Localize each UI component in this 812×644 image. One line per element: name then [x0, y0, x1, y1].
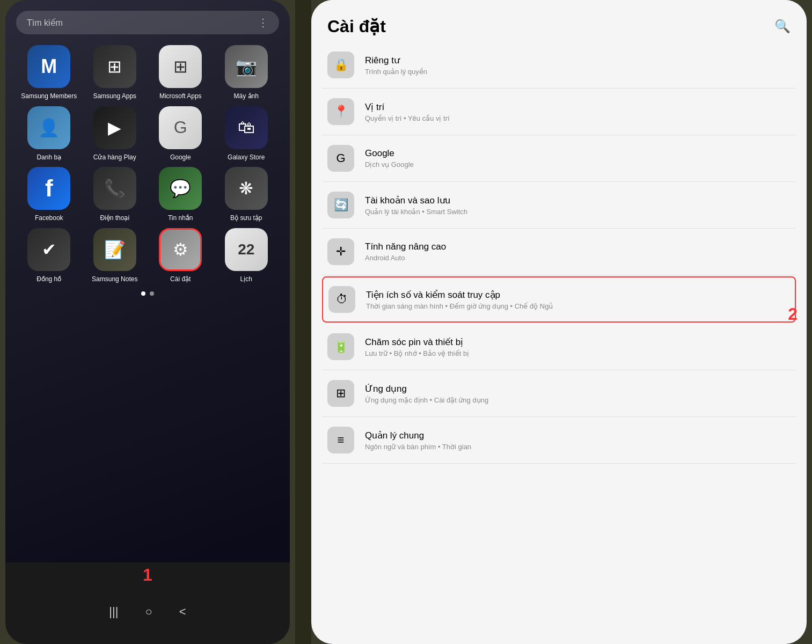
app-icon-google: G	[159, 106, 202, 149]
settings-text-ung-dung: Ứng dụngỨng dụng mặc định • Cài đặt ứng …	[365, 383, 791, 404]
settings-item-tien-ich[interactable]: ⏱Tiện ích số và kiểm soát truy cậpThời g…	[322, 276, 796, 323]
settings-search-button[interactable]: 🔍	[774, 19, 791, 34]
app-item-galaxy-store[interactable]: 🛍Galaxy Store	[216, 106, 277, 162]
app-item-clock[interactable]: ✔Đồng hồ	[19, 228, 79, 284]
app-icon-galaxy-store: 🛍	[225, 106, 268, 149]
app-item-settings[interactable]: ⚙Cài đặt	[150, 228, 211, 284]
settings-icon-tinh-nang: ✛	[327, 238, 354, 265]
settings-item-google[interactable]: GGoogleDịch vụ Google	[322, 135, 796, 182]
settings-item-vi-tri[interactable]: 📍Vị tríQuyền vị trí • Yêu cầu vị trí	[322, 89, 796, 135]
app-icon-phone: 📞	[93, 167, 136, 210]
settings-icon-rieng-tu: 🔒	[327, 52, 354, 78]
settings-title-rieng-tu: Riêng tư	[365, 55, 791, 66]
settings-icon-tien-ich: ⏱	[328, 286, 355, 313]
settings-title-google: Google	[365, 148, 791, 159]
app-icon-contacts: 👤	[27, 106, 70, 149]
app-item-samsung-members[interactable]: MSamsung Members	[19, 45, 79, 101]
settings-text-rieng-tu: Riêng tưTrình quản lý quyền	[365, 55, 791, 76]
app-label-facebook: Facebook	[35, 214, 63, 223]
step-1-label: 1	[5, 562, 290, 590]
settings-subtitle-google: Dịch vụ Google	[365, 160, 791, 169]
app-item-collection[interactable]: ❋Bộ sưu tập	[216, 167, 277, 223]
page-dots	[16, 291, 279, 296]
app-item-google[interactable]: GGoogle	[150, 106, 211, 162]
settings-title-vi-tri: Vị trí	[365, 101, 791, 113]
app-label-clock: Đồng hồ	[36, 275, 61, 284]
settings-title-cham-soc: Chăm sóc pin và thiết bị	[365, 336, 791, 348]
left-screen: Tìm kiếm ⋮ MSamsung Members⊞Samsung Apps…	[5, 0, 290, 562]
app-icon-samsung-members: M	[27, 45, 70, 88]
app-item-play-store[interactable]: ▶Cửa hàng Play	[85, 106, 145, 162]
settings-subtitle-rieng-tu: Trình quản lý quyền	[365, 68, 791, 76]
app-item-facebook[interactable]: fFacebook	[19, 167, 79, 223]
settings-subtitle-tinh-nang: Android Auto	[365, 254, 791, 262]
settings-title-tien-ich: Tiện ích số và kiểm soát truy cập	[366, 289, 789, 301]
app-label-contacts: Danh bạ	[36, 153, 61, 162]
app-item-samsung-notes[interactable]: 📝Samsung Notes	[85, 228, 145, 284]
settings-text-quan-ly: Quản lý chungNgôn ngữ và bàn phím • Thời…	[365, 430, 791, 451]
app-label-google: Google	[170, 153, 191, 162]
app-label-messages: Tin nhắn	[168, 214, 193, 223]
settings-item-ung-dung[interactable]: ⊞Ứng dụngỨng dụng mặc định • Cài đặt ứng…	[322, 370, 796, 417]
settings-subtitle-tai-khoan: Quản lý tài khoản • Smart Switch	[365, 208, 791, 216]
app-icon-clock: ✔	[27, 228, 70, 271]
settings-title-quan-ly: Quản lý chung	[365, 430, 791, 441]
settings-subtitle-quan-ly: Ngôn ngữ và bàn phím • Thời gian	[365, 443, 791, 451]
navigation-bar: ||| ○ <	[5, 590, 290, 644]
app-label-camera: Máy ảnh	[234, 92, 259, 101]
app-label-collection: Bộ sưu tập	[230, 214, 262, 223]
settings-subtitle-tien-ich: Thời gian sáng màn hình • Đếm giờ ứng dụ…	[366, 302, 789, 310]
phone-divider	[295, 0, 311, 644]
settings-text-vi-tri: Vị tríQuyền vị trí • Yêu cầu vị trí	[365, 101, 791, 122]
app-label-settings: Cài đặt	[170, 275, 191, 284]
app-item-contacts[interactable]: 👤Danh bạ	[19, 106, 79, 162]
menu-button[interactable]: |||	[109, 605, 118, 619]
search-bar[interactable]: Tìm kiếm ⋮	[16, 11, 279, 34]
page-dot-2	[150, 291, 154, 296]
settings-list: 🔒Riêng tưTrình quản lý quyền📍Vị tríQuyền…	[311, 42, 807, 644]
app-icon-facebook: f	[27, 167, 70, 210]
settings-title-tai-khoan: Tài khoản và sao lưu	[365, 195, 791, 206]
app-label-calendar: Lịch	[240, 275, 252, 284]
settings-icon-cham-soc: 🔋	[327, 333, 354, 360]
back-button[interactable]: <	[179, 605, 186, 619]
settings-item-tinh-nang[interactable]: ✛Tính năng nâng caoAndroid Auto	[322, 229, 796, 275]
app-label-play-store: Cửa hàng Play	[93, 153, 136, 162]
settings-icon-ung-dung: ⊞	[327, 380, 354, 407]
settings-title: Cài đặt	[327, 16, 386, 36]
settings-item-cham-soc[interactable]: 🔋Chăm sóc pin và thiết bịLưu trữ • Bộ nh…	[322, 324, 796, 370]
app-icon-calendar: 22	[225, 228, 268, 271]
step-2-label: 2	[788, 304, 798, 324]
app-icon-settings: ⚙	[159, 228, 202, 271]
app-item-camera[interactable]: 📷Máy ảnh	[216, 45, 277, 101]
app-item-microsoft-apps[interactable]: ⊞Microsoft Apps	[150, 45, 211, 101]
settings-icon-quan-ly: ≡	[327, 427, 354, 453]
more-options-icon[interactable]: ⋮	[258, 16, 268, 29]
settings-text-cham-soc: Chăm sóc pin và thiết bịLưu trữ • Bộ nhớ…	[365, 336, 791, 357]
search-placeholder: Tìm kiếm	[27, 18, 63, 28]
settings-icon-google: G	[327, 145, 354, 172]
settings-item-rieng-tu[interactable]: 🔒Riêng tưTrình quản lý quyền	[322, 42, 796, 89]
app-item-messages[interactable]: 💬Tin nhắn	[150, 167, 211, 223]
settings-text-google: GoogleDịch vụ Google	[365, 148, 791, 169]
settings-header: Cài đặt 🔍	[311, 0, 807, 42]
app-label-samsung-members: Samsung Members	[21, 92, 77, 101]
app-label-phone: Điện thoại	[100, 214, 129, 223]
app-icon-microsoft-apps: ⊞	[159, 45, 202, 88]
settings-item-tai-khoan[interactable]: 🔄Tài khoản và sao lưuQuản lý tài khoản •…	[322, 182, 796, 229]
app-label-samsung-notes: Samsung Notes	[92, 275, 137, 284]
settings-text-tai-khoan: Tài khoản và sao lưuQuản lý tài khoản • …	[365, 195, 791, 216]
app-grid: MSamsung Members⊞Samsung Apps⊞Microsoft …	[16, 45, 279, 283]
settings-text-tien-ich: Tiện ích số và kiểm soát truy cậpThời gi…	[366, 289, 789, 310]
app-label-samsung-apps: Samsung Apps	[93, 92, 136, 101]
app-item-samsung-apps[interactable]: ⊞Samsung Apps	[85, 45, 145, 101]
settings-subtitle-vi-tri: Quyền vị trí • Yêu cầu vị trí	[365, 114, 791, 122]
settings-item-quan-ly[interactable]: ≡Quản lý chungNgôn ngữ và bàn phím • Thờ…	[322, 417, 796, 464]
app-item-phone[interactable]: 📞Điện thoại	[85, 167, 145, 223]
settings-subtitle-ung-dung: Ứng dụng mặc định • Cài đặt ứng dụng	[365, 396, 791, 404]
settings-subtitle-cham-soc: Lưu trữ • Bộ nhớ • Bảo vệ thiết bị	[365, 349, 791, 357]
home-button[interactable]: ○	[145, 605, 152, 619]
app-icon-play-store: ▶	[93, 106, 136, 149]
app-icon-messages: 💬	[159, 167, 202, 210]
app-item-calendar[interactable]: 22Lịch	[216, 228, 277, 284]
